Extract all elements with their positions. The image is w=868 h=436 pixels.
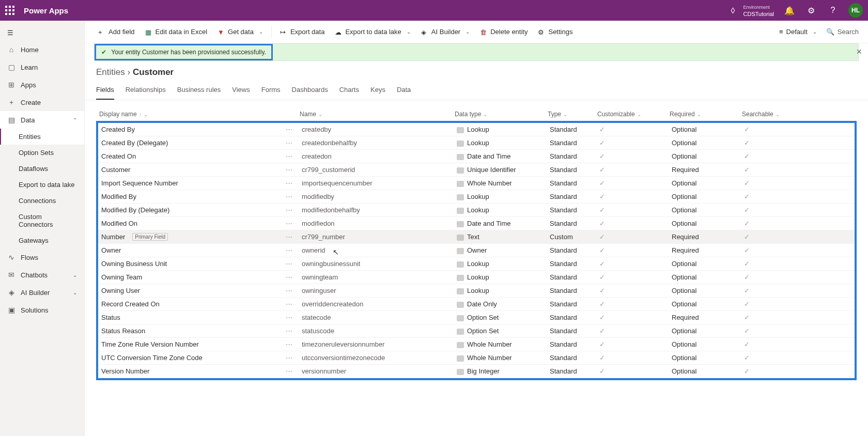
sidebar-item-home[interactable]: ⌂Home: [0, 41, 84, 58]
col-required[interactable]: Required⌄: [667, 111, 739, 118]
field-name: cr799_number: [299, 233, 454, 241]
more-icon[interactable]: ⋯: [283, 260, 296, 268]
field-type: Standard: [547, 340, 596, 348]
tab-keys[interactable]: Keys: [370, 83, 385, 100]
table-row[interactable]: Status⋯statecodeOption SetStandard✓Requi…: [98, 311, 855, 324]
tab-forms[interactable]: Forms: [261, 83, 281, 100]
more-icon[interactable]: ⋯: [283, 139, 296, 147]
more-icon[interactable]: ⋯: [283, 300, 296, 308]
sidebar-item-ai-builder[interactable]: ◈AI Builder⌄: [0, 284, 84, 301]
export-lake-button[interactable]: ☁Export to data lake⌄: [331, 26, 414, 38]
view-selector[interactable]: ≡Default⌄: [775, 26, 821, 38]
nav-label: AI Builder: [21, 289, 50, 297]
avatar[interactable]: HL: [848, 3, 863, 18]
more-icon[interactable]: ⋯: [283, 220, 296, 227]
more-icon[interactable]: ⋯: [283, 340, 296, 348]
table-row[interactable]: Modified By (Delegate)⋯modifiedonbehalfb…: [98, 204, 855, 217]
more-icon[interactable]: ⋯: [283, 327, 296, 335]
field-name: owningbusinessunit: [299, 260, 454, 268]
more-icon[interactable]: ⋯: [283, 179, 296, 187]
sidebar-item-create[interactable]: +Create: [0, 94, 84, 111]
more-icon[interactable]: ⋯: [283, 287, 296, 294]
settings-button[interactable]: ⚙Settings: [534, 26, 577, 38]
sidebar-sub-connections[interactable]: Connections: [0, 193, 84, 209]
col-name[interactable]: Name⌄: [297, 111, 452, 118]
table-row[interactable]: Record Created On⋯overriddencreatedonDat…: [98, 298, 855, 311]
waffle-icon[interactable]: [5, 6, 14, 15]
breadcrumb: Entities › Customer: [85, 65, 868, 83]
tab-data[interactable]: Data: [397, 83, 411, 100]
sidebar-sub-option-sets[interactable]: Option Sets: [0, 145, 84, 161]
search-input[interactable]: 🔍Search: [826, 28, 859, 36]
more-icon[interactable]: ⋯: [283, 126, 296, 133]
settings-icon[interactable]: ⚙: [805, 4, 817, 17]
tab-fields[interactable]: Fields: [96, 83, 114, 100]
sidebar-item-learn[interactable]: ▢Learn: [0, 58, 84, 76]
export-data-button[interactable]: ↦Export data: [276, 26, 329, 38]
sidebar-item-data[interactable]: ▤Data⌃: [0, 111, 84, 129]
sidebar-sub-custom-connectors[interactable]: Custom Connectors: [0, 209, 84, 232]
notifications-icon[interactable]: 🔔: [783, 4, 796, 17]
edit-excel-button[interactable]: ▦Edit data in Excel: [141, 26, 211, 38]
table-row[interactable]: Owning Business Unit⋯owningbusinessunitL…: [98, 257, 855, 271]
hamburger-icon[interactable]: ☰: [0, 25, 84, 41]
tab-dashboards[interactable]: Dashboards: [292, 83, 328, 100]
more-icon[interactable]: ⋯: [283, 193, 296, 200]
col-searchable[interactable]: Searchable⌄: [739, 111, 780, 118]
more-icon[interactable]: ⋯: [283, 206, 296, 214]
table-row[interactable]: Created On⋯createdonDate and TimeStandar…: [98, 150, 855, 163]
field-customizable: ✓: [596, 206, 669, 214]
get-data-button[interactable]: ▼Get data⌄: [213, 26, 267, 38]
more-icon[interactable]: ⋯: [283, 354, 296, 362]
field-display-name: Number: [101, 233, 125, 241]
more-icon[interactable]: ⋯: [283, 152, 296, 160]
sidebar-item-apps[interactable]: ⊞Apps: [0, 76, 84, 94]
col-type[interactable]: Type⌄: [545, 111, 594, 118]
sidebar-item-flows[interactable]: ∿Flows: [0, 248, 84, 266]
table-row[interactable]: Owning Team⋯owningteamLookupStandard✓Opt…: [98, 271, 855, 284]
table-row[interactable]: Owning User⋯owninguserLookupStandard✓Opt…: [98, 284, 855, 298]
more-icon[interactable]: ⋯: [283, 166, 296, 174]
environment-picker[interactable]: ◊ EnvironmentCDSTutorial: [727, 4, 774, 18]
table-row[interactable]: UTC Conversion Time Zone Code⋯utcconvers…: [98, 351, 855, 365]
table-row[interactable]: NumberPrimary Field⋯cr799_numberTextCust…: [98, 230, 855, 244]
tab-views[interactable]: Views: [232, 83, 250, 100]
add-field-button[interactable]: +Add field: [94, 26, 139, 38]
field-type: Standard: [547, 354, 596, 362]
tab-business-rules[interactable]: Business rules: [177, 83, 221, 100]
more-icon[interactable]: ⋯: [283, 367, 296, 375]
col-display-name[interactable]: Display name↑⌄: [96, 111, 297, 118]
table-row[interactable]: Version Number⋯versionnumberBig IntegerS…: [98, 365, 855, 378]
tab-charts[interactable]: Charts: [339, 83, 359, 100]
table-row[interactable]: Owner⋯owneridOwnerStandard✓Required✓: [98, 244, 855, 257]
table-row[interactable]: Created By⋯createdbyLookupStandard✓Optio…: [98, 123, 855, 136]
sidebar-sub-export-to-data-lake[interactable]: Export to data lake: [0, 177, 84, 193]
table-row[interactable]: Time Zone Rule Version Number⋯timezoneru…: [98, 338, 855, 351]
sidebar-sub-dataflows[interactable]: Dataflows: [0, 161, 84, 177]
delete-entity-button[interactable]: 🗑Delete entity: [476, 26, 532, 38]
table-row[interactable]: Status Reason⋯statuscodeOption SetStanda…: [98, 324, 855, 338]
more-icon[interactable]: ⋯: [283, 273, 296, 281]
table-row[interactable]: Modified By⋯modifiedbyLookupStandard✓Opt…: [98, 190, 855, 204]
help-icon[interactable]: ?: [827, 4, 839, 17]
field-customizable: ✓: [596, 260, 669, 268]
breadcrumb-parent[interactable]: Entities: [96, 67, 125, 77]
table-row[interactable]: Modified On⋯modifiedonDate and TimeStand…: [98, 217, 855, 230]
table-row[interactable]: Customer⋯cr799_customeridUnique Identifi…: [98, 163, 855, 177]
col-datatype[interactable]: Data type⌄: [452, 111, 545, 118]
table-row[interactable]: Created By (Delegate)⋯createdonbehalfbyL…: [98, 136, 855, 150]
sidebar-sub-entities[interactable]: Entities: [0, 129, 84, 145]
ai-builder-button[interactable]: ◈AI Builder⌄: [417, 26, 474, 38]
sidebar-sub-gateways[interactable]: Gateways: [0, 232, 84, 248]
more-icon[interactable]: ⋯: [283, 246, 296, 254]
close-icon[interactable]: ×: [856, 46, 862, 57]
table-row[interactable]: Import Sequence Number⋯importsequencenum…: [98, 177, 855, 190]
tab-relationships[interactable]: Relationships: [126, 83, 166, 100]
col-customizable[interactable]: Customizable⌄: [594, 111, 667, 118]
sidebar-item-solutions[interactable]: ▣Solutions: [0, 301, 84, 319]
sidebar-item-chatbots[interactable]: ✉Chatbots⌄: [0, 266, 84, 284]
more-icon[interactable]: ⋯: [283, 314, 296, 321]
more-icon[interactable]: ⋯: [283, 233, 296, 241]
field-customizable: ✓: [596, 220, 669, 227]
field-display-name: UTC Conversion Time Zone Code: [101, 354, 203, 362]
